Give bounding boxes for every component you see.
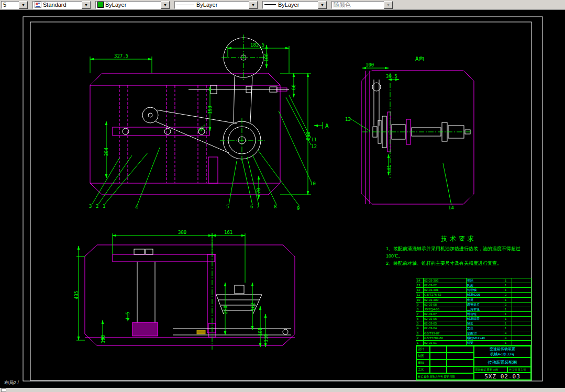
linetype-combo-value: ByLayer [196,2,248,8]
plotstyle-combo-value: 随颜色 [334,1,383,9]
parts-table-cell: 1 [504,298,512,302]
dim-label: 41 [386,165,392,171]
bottom-view-highlight-block [197,330,205,334]
dim-label: 162 [250,303,256,311]
parts-table-cell: 支座 [466,326,504,330]
tech-req-title: 技术要求 [386,234,531,243]
current-color-swatch [97,2,104,8]
text-style-combo[interactable]: Standard ▼ [32,1,91,9]
layer-combo[interactable]: 5 ▼ [1,1,28,9]
dim-label: 12 [311,144,317,149]
top-toolbar: 5 ▼ Standard ▼ ByLayer ▼ ByLayer ▼ ByLay… [0,0,565,10]
parts-table-cell [512,326,531,330]
parts-table-row: 11GB/T276-82轴承62052 [416,292,531,297]
parts-table-cell: 锥齿轮 [466,312,504,316]
parts-table-cell: 7 [416,312,423,316]
resize-grip[interactable] [1,388,6,392]
parts-table-cell: 8 [416,307,423,311]
dim-label: 193 [207,106,213,114]
text-style-combo-arrow-icon[interactable]: ▼ [82,1,91,9]
linetype-combo-arrow-icon[interactable]: ▼ [249,1,258,9]
parts-table-cell: 1 [504,312,512,316]
parts-table-cell: 4 [504,331,512,335]
tb-empty-cell [447,366,474,373]
color-combo-arrow-icon[interactable]: ▼ [161,1,170,9]
dim-label: 5 [226,204,229,209]
parts-table-cell: 三角带轮 [466,307,504,311]
parts-table-cell: 托架 [466,283,504,287]
parts-table-cell: 02-03-303 [423,278,466,283]
parts-table-cell [512,321,531,326]
parts-table-cell: 套筒 [466,298,504,302]
dim-label: 284 [104,148,109,156]
parts-table-cell: 1 [504,288,512,292]
dim-label: 60 [291,84,296,90]
tb-class-no: 机械4-1班33号 [474,352,530,357]
parts-table-cell: 1 [504,278,512,283]
parts-table-cell: 5 [416,321,423,326]
side-view-dims [350,68,451,205]
parts-table-cell: 11 [416,293,423,297]
parts-table-cell: 2 [416,336,423,340]
plotstyle-combo-arrow-icon: ▼ [384,1,393,9]
layer-combo-value: 5 [3,2,18,8]
title-block-row: 设计 [416,346,474,353]
parts-table-cell [512,288,531,292]
parts-table-row: 602-03-06轴承端盖1 [416,316,531,321]
parts-table-cell: 轴承端盖 [466,317,504,321]
parts-table-cell [512,283,531,287]
dim-label: 182.5 [250,42,264,48]
parts-table-cell [512,317,531,321]
tb-label-draft: 制图 [416,353,430,360]
dim-label: 1 [103,204,105,209]
drawing-canvas[interactable]: 327.5182.51066019389028465°7032145678910… [0,10,565,388]
bottom-window-edge [0,388,565,392]
parts-table-row: 1302-03-02托架1 [416,283,531,287]
linetype-combo[interactable]: ByLayer ▼ [174,1,258,9]
tech-req-item: 1、装配前清洗轴承并采用机油加热进行热装，油的温度不得超过100℃。 [386,245,531,260]
layer-combo-arrow-icon[interactable]: ▼ [19,1,28,9]
parts-table-cell: GB/T93-87 [423,331,466,335]
parts-table-cell: 轴承6205 [466,293,504,297]
bottom-view-details [134,249,291,335]
text-style-combo-value: Standard [43,2,81,8]
dim-label: 106 [264,53,269,62]
dim-label: 188 [258,328,263,336]
parts-table-cell: 1 [504,341,512,345]
parts-table-row: 1002-03-300套筒1 [416,297,531,302]
dim-label: 161 [224,230,232,235]
tb-empty-cell [447,346,474,353]
dim-label: 8 [274,204,276,209]
bottom-view [85,245,295,345]
parts-table-cell: 13 [416,283,423,287]
parts-table-cell [512,298,531,302]
dim-label: 100 [365,62,374,68]
parts-table-row: 102-03-01机架1 [416,340,531,345]
tech-req-item: 2、装配前对轴、锥杆的主要尺寸及有关精度进行复查。 [386,260,531,267]
parts-table-cell: 10 [416,298,423,302]
dim-label: 100 [101,335,106,343]
parts-table-cell: 带轮 [466,278,504,283]
title-block-row: 工艺 [416,366,474,373]
lineweight-combo-arrow-icon[interactable]: ▼ [318,1,327,9]
parts-table-cell: 轴套 [466,321,504,326]
parts-table-cell: 4 [504,336,512,340]
parts-table-cell: 02-03-07 [423,312,466,316]
parts-table-cell: 02-03-04 [423,326,466,330]
parts-table-cell [512,331,531,335]
tb-empty-cell [447,353,474,360]
color-combo[interactable]: ByLayer ▼ [95,1,170,9]
layout-tab-label[interactable]: 布局2 / [4,379,19,386]
lineweight-combo[interactable]: ByLayer ▼ [262,1,327,9]
plotstyle-combo: 随颜色 ▼ [331,1,393,9]
bottom-view-dims [76,233,265,347]
tb-sheet-info: 共 1 张 第 1 张 [507,367,531,373]
style-icon [35,2,41,8]
tb-drawing-number-cell: 5XZ 02-03 [474,373,531,380]
parts-table-cell: 2 [504,303,512,307]
parts-table-row: 1402-03-303带轮1 [416,278,531,283]
parts-table-cell: 1 [504,283,512,287]
parts-table-row: 2GB/T5783-86螺栓M12×404 [416,335,531,340]
tb-empty-cell [430,346,447,353]
dim-label: 327.5 [114,53,128,59]
